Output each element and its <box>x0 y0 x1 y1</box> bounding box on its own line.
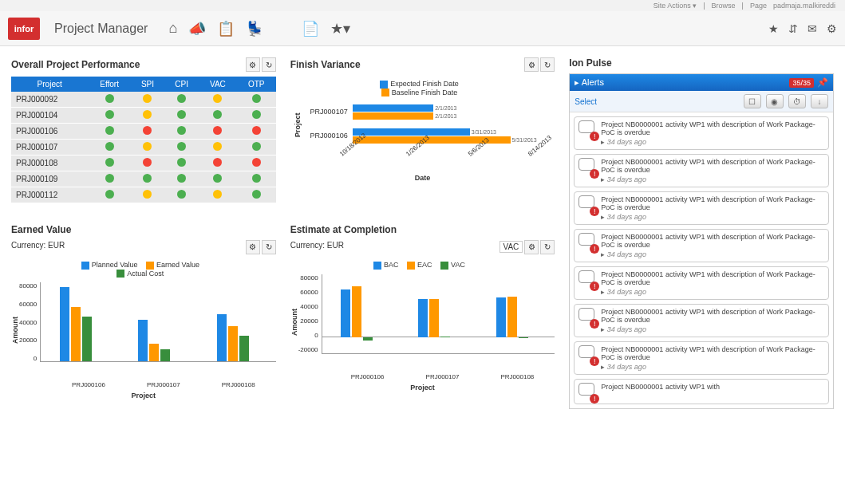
table-row[interactable]: PRJ000112 <box>11 187 276 203</box>
site-actions-link[interactable]: Site Actions ▾ <box>653 2 697 10</box>
x-axis-label: Project <box>290 384 555 392</box>
bar-group <box>217 282 257 361</box>
status-dot <box>213 190 222 199</box>
gear-icon[interactable]: ⚙ <box>827 22 837 35</box>
status-dot <box>105 126 114 135</box>
settings-button[interactable]: ⚙ <box>524 57 539 72</box>
chair-icon[interactable]: 💺 <box>246 20 263 37</box>
alert-time: 34 days ago <box>601 213 824 221</box>
pulse-filter-bar: Select ☐ ◉ ⏱ ↓ <box>570 91 833 112</box>
share-icon[interactable]: ⇵ <box>788 22 798 35</box>
currency-label: Currency: EUR <box>11 241 65 250</box>
column-header[interactable]: VAC <box>199 77 237 92</box>
status-dot <box>143 110 152 119</box>
alert-time: 34 days ago <box>601 363 824 371</box>
x-axis-label: Project <box>11 392 276 400</box>
status-dot <box>177 158 186 167</box>
alert-text: Project NB0000001 activity WP1 with desc… <box>601 195 824 211</box>
refresh-button[interactable]: ↻ <box>262 57 276 72</box>
alert-card[interactable]: !Project NB0000001 activity WP1 with des… <box>574 266 829 300</box>
widget-estimate: Estimate at Completion Currency: EUR VAC… <box>287 221 559 412</box>
hbar-row: PRJ0001063/31/20135/31/2013 <box>305 125 555 146</box>
filter-icon-2[interactable]: ◉ <box>766 94 784 108</box>
metric-dropdown[interactable]: VAC <box>499 241 523 253</box>
context-bar: Site Actions ▾ | Browse | Page padmaja.m… <box>0 0 845 11</box>
alert-text: Project NB0000001 activity WP1 with desc… <box>601 158 824 174</box>
clipboard-icon[interactable]: 📋 <box>217 20 235 37</box>
currency-label: Currency: EUR <box>290 241 344 250</box>
status-dot <box>105 142 114 151</box>
alert-card[interactable]: !Project NB0000001 activity WP1 with des… <box>574 191 829 225</box>
column-header[interactable]: OTP <box>237 77 276 92</box>
x-axis-label: Date <box>290 174 555 182</box>
browse-link[interactable]: Browse <box>712 2 736 10</box>
widget-title: Estimate at Completion <box>290 224 397 235</box>
widget-title: Ion Pulse <box>569 57 611 69</box>
star-dropdown-icon[interactable]: ★▾ <box>330 20 350 37</box>
alerts-list[interactable]: !Project NB0000001 activity WP1 with des… <box>570 112 833 408</box>
pin-icon[interactable]: 📌 <box>817 77 828 88</box>
column-header[interactable]: Project <box>11 77 88 92</box>
page-title: Project Manager <box>54 22 148 36</box>
alert-card[interactable]: !Project NB0000001 activity WP1 with des… <box>574 341 829 375</box>
alert-icon: ! <box>578 308 596 325</box>
user-name: padmaja.malkireddi <box>773 2 835 10</box>
table-row[interactable]: PRJ000108 <box>11 156 276 171</box>
hbar-row: PRJ0001072/1/20132/1/2013 <box>305 101 555 122</box>
mail-icon[interactable]: ✉ <box>807 22 817 35</box>
column-header[interactable]: CPI <box>164 77 199 92</box>
alert-card[interactable]: !Project NB0000001 activity WP1 with des… <box>574 154 829 187</box>
alert-text: Project NB0000001 activity WP1 with <box>601 383 824 391</box>
megaphone-icon[interactable]: 📣 <box>188 20 206 37</box>
status-dot <box>252 142 261 151</box>
alert-time: 34 days ago <box>601 175 824 183</box>
widget-performance: Overall Project Performance ⚙ ↻ ProjectE… <box>8 54 279 213</box>
settings-button[interactable]: ⚙ <box>246 240 260 254</box>
table-row[interactable]: PRJ000109 <box>11 171 276 187</box>
status-dot <box>105 174 114 183</box>
alert-text: Project NB0000001 activity WP1 with desc… <box>601 233 824 249</box>
status-dot <box>177 110 186 119</box>
status-dot <box>177 94 186 103</box>
alert-time: 34 days ago <box>601 138 824 146</box>
column-header[interactable]: Effort <box>88 77 131 92</box>
status-dot <box>213 94 222 103</box>
refresh-button[interactable]: ↻ <box>540 57 555 72</box>
status-dot <box>213 142 222 151</box>
select-link[interactable]: Select <box>575 97 597 106</box>
filter-icon-1[interactable]: ☐ <box>744 94 761 108</box>
refresh-button[interactable]: ↻ <box>540 240 555 254</box>
table-row[interactable]: PRJ000092 <box>11 92 276 108</box>
status-dot <box>105 190 114 199</box>
home-icon[interactable]: ⌂ <box>168 20 177 37</box>
alert-card[interactable]: !Project NB0000001 activity WP1 with des… <box>574 116 829 150</box>
alert-card[interactable]: !Project NB0000001 activity WP1 with des… <box>574 304 829 337</box>
alert-icon: ! <box>578 383 596 400</box>
alert-card[interactable]: !Project NB0000001 activity WP1 with des… <box>574 229 829 262</box>
settings-button[interactable]: ⚙ <box>246 57 260 72</box>
status-dot <box>105 158 114 167</box>
status-dot <box>143 126 152 135</box>
new-doc-icon[interactable]: 📄 <box>302 20 319 37</box>
favorite-icon[interactable]: ★ <box>768 22 779 35</box>
table-row[interactable]: PRJ000107 <box>11 140 276 156</box>
column-header[interactable]: SPI <box>131 77 164 92</box>
settings-button[interactable]: ⚙ <box>524 240 539 254</box>
status-dot <box>177 126 186 135</box>
alert-icon: ! <box>578 195 596 213</box>
alerts-header[interactable]: ▸ Alerts 35/35 📌 <box>570 74 833 91</box>
alert-card[interactable]: !Project NB0000001 activity WP1 with <box>574 379 829 404</box>
alert-icon: ! <box>578 345 596 363</box>
table-row[interactable]: PRJ000106 <box>11 124 276 140</box>
alert-time: 34 days ago <box>601 288 824 296</box>
refresh-button[interactable]: ↻ <box>262 240 276 254</box>
status-dot <box>177 142 186 151</box>
status-dot <box>252 174 261 183</box>
table-row[interactable]: PRJ000104 <box>11 108 276 124</box>
y-axis-label: Project <box>290 101 305 149</box>
status-dot <box>213 126 222 135</box>
page-link[interactable]: Page <box>750 2 767 10</box>
filter-icon-3[interactable]: ⏱ <box>788 94 806 108</box>
filter-icon-4[interactable]: ↓ <box>811 94 828 108</box>
alert-text: Project NB0000001 activity WP1 with desc… <box>601 120 824 136</box>
